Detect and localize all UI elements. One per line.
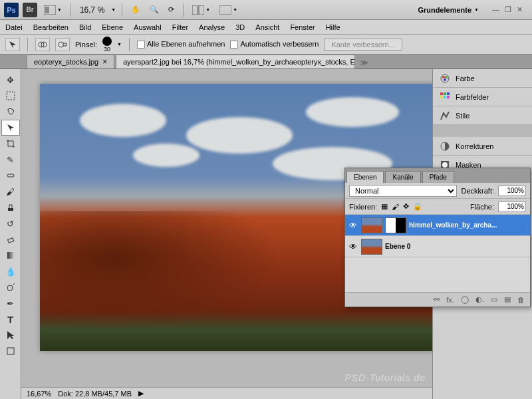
menu-3d[interactable]: 3D [235,23,245,31]
refine-edge-button[interactable]: Kante verbessern... [324,39,402,51]
shape-tool[interactable] [1,343,20,359]
layers-panel[interactable]: Ebenen Kanäle Pfade Normal Deckkraft: Fi… [344,168,531,307]
add-to-selection[interactable] [35,38,50,51]
svg-rect-10 [7,174,14,177]
layer-item[interactable]: 👁 himmel_wolken_by_archa... [345,215,530,236]
hand-tool-shortcut[interactable]: ✋ [128,4,143,15]
layer-item[interactable]: 👁 Ebene 0 [345,236,530,257]
rotate-view-shortcut[interactable]: ⟳ [166,4,177,15]
zoom-value[interactable]: 16,7 % [77,5,107,15]
tab-kanaele[interactable]: Kanäle [385,171,420,183]
layer-name[interactable]: himmel_wolken_by_archa... [409,221,497,229]
opacity-label: Deckkraft: [461,187,494,195]
document-tab[interactable]: eopteryx_stocks.jpg × [27,55,114,68]
menu-hilfe[interactable]: Hilfe [326,23,340,31]
layout-dropdown[interactable]: ▼ [41,4,65,16]
arrange-dropdown[interactable]: ▼ [190,4,213,16]
menu-ebene[interactable]: Ebene [102,23,123,31]
menu-datei[interactable]: Datei [5,23,23,31]
lock-position-icon[interactable]: ✥ [403,202,409,211]
chevron-down-icon[interactable]: ▼ [111,7,116,12]
marquee-tool[interactable] [1,88,20,104]
link-layers-icon[interactable]: ⚯ [434,295,440,304]
workspace-switcher[interactable]: Grundelemente ▼ [414,5,483,15]
bridge-icon[interactable]: Br [23,3,37,17]
panel-farbfelder[interactable]: Farbfelder [433,88,532,106]
panel-farbe[interactable]: Farbe [433,69,532,88]
photoshop-icon[interactable]: Ps [4,3,19,17]
type-tool[interactable]: T [1,311,20,327]
status-zoom[interactable]: 16,67% [27,390,51,398]
gradient-tool[interactable] [1,247,20,263]
delete-layer-icon[interactable]: 🗑 [517,296,525,304]
workspace-label: Grundelemente [418,6,471,14]
menu-bild[interactable]: Bild [79,23,91,31]
styles-icon [440,110,450,121]
blend-mode-select[interactable]: Normal [349,185,457,197]
minimize-button[interactable]: — [492,5,499,14]
brush-picker[interactable]: 30 [102,37,112,53]
eraser-tool[interactable] [1,231,20,247]
crop-tool[interactable] [1,136,20,152]
move-tool[interactable]: ✥ [1,72,20,88]
panel-stile[interactable]: Stile [433,106,532,125]
menu-auswahl[interactable]: Auswahl [134,23,162,31]
pen-tool[interactable]: ✒ [1,295,20,311]
sample-all-layers-checkbox[interactable]: Alle Ebenen aufnehmen [137,40,225,49]
adjustment-layer-icon[interactable]: ◐. [475,295,484,304]
quick-select-tool[interactable] [1,120,20,136]
menu-ansicht[interactable]: Ansicht [255,23,279,31]
visibility-toggle[interactable]: 👁 [348,241,358,252]
subtract-from-selection[interactable] [55,38,70,51]
close-button[interactable]: ✕ [517,5,523,14]
maximize-button[interactable]: ❐ [505,5,511,14]
menu-filter[interactable]: Filter [172,23,188,31]
status-doc-info[interactable]: Dok: 22,8 MB/45,7 MB [58,390,132,398]
add-mask-icon[interactable]: ◯ [461,295,469,304]
new-group-icon[interactable]: ▭ [491,295,497,304]
history-brush-tool[interactable]: ↺ [1,215,20,231]
dodge-tool[interactable] [1,279,20,295]
svg-rect-11 [8,208,13,211]
tabs-overflow[interactable]: ≫ [356,57,372,68]
opacity-field[interactable] [498,186,526,196]
path-select-tool[interactable] [1,327,20,343]
zoom-tool-shortcut[interactable]: 🔍 [147,4,162,15]
new-layer-icon[interactable]: ▤ [504,295,511,304]
lock-pixels-icon[interactable]: 🖌 [392,203,399,211]
panel-korrekturen[interactable]: Korrekturen [433,137,532,156]
menu-fenster[interactable]: Fenster [290,23,315,31]
brush-preview-icon [102,37,112,46]
menu-bearbeiten[interactable]: Bearbeiten [33,23,68,31]
eyedropper-tool[interactable]: ✎ [1,152,20,168]
chevron-down-icon[interactable]: ▼ [117,42,122,47]
lasso-tool[interactable] [1,104,20,120]
screen-mode-icon [219,5,231,15]
auto-enhance-checkbox[interactable]: Automatisch verbessern [230,40,319,49]
svg-rect-9 [7,92,15,100]
rotate-icon: ⟳ [168,5,174,14]
menu-analyse[interactable]: Analyse [199,23,225,31]
layer-thumbnail[interactable] [361,239,382,255]
tab-pfade[interactable]: Pfade [422,171,454,183]
layer-fx-icon[interactable]: fx. [446,296,454,304]
blur-tool[interactable]: 💧 [1,263,20,279]
lock-transparency-icon[interactable]: ▦ [381,202,388,211]
tool-preset-picker[interactable] [5,38,20,51]
close-icon[interactable]: × [102,57,107,66]
screen-mode-dropdown[interactable]: ▼ [217,4,240,16]
layer-name[interactable]: Ebene 0 [385,243,410,250]
tab-ebenen[interactable]: Ebenen [346,171,384,183]
brush-tool[interactable]: 🖌 [1,184,20,200]
document-tab[interactable]: ayerspart2.jpg bei 16,7% (himmel_wolken_… [116,55,355,68]
fill-field[interactable] [498,201,526,212]
status-arrow[interactable]: ▶ [138,389,144,398]
lock-all-icon[interactable]: 🔒 [413,202,422,211]
layer-thumbnail[interactable] [361,217,382,233]
healing-brush-tool[interactable] [1,168,20,184]
mask-thumbnail[interactable] [385,217,406,233]
clone-stamp-tool[interactable] [1,200,20,215]
svg-rect-2 [192,5,198,15]
tab-title: eopteryx_stocks.jpg [34,58,98,66]
visibility-toggle[interactable]: 👁 [348,220,358,231]
